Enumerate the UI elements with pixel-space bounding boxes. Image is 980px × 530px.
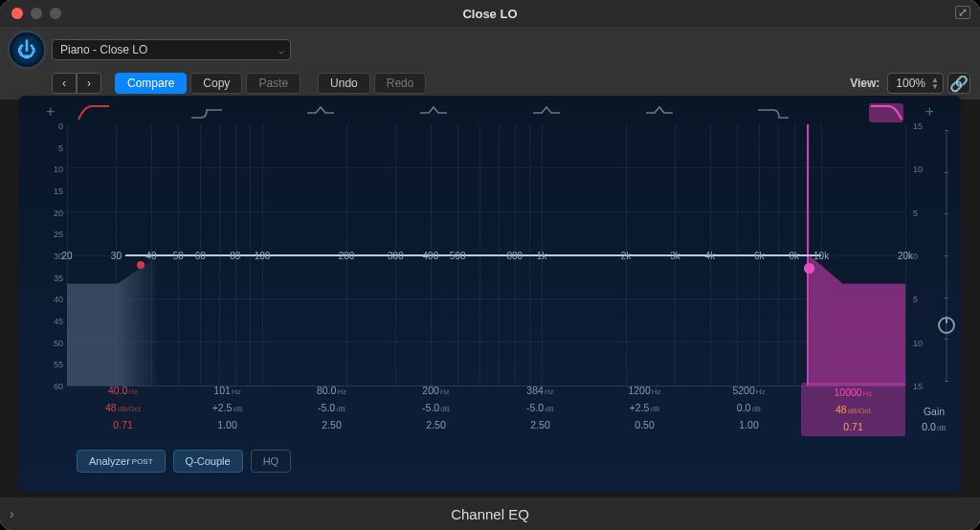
gain-scale: 15105051015 — [913, 126, 934, 386]
analyzer-scale: 051015202530354045505560 — [42, 126, 63, 386]
plugin-window: Close LO ⤢ ⏻ Piano - Close LO ⌵ ‹ › Comp… — [0, 0, 980, 530]
copy-button[interactable]: Copy — [190, 73, 242, 94]
lowpass-handle[interactable] — [804, 263, 814, 274]
stepper-icon: ▲▼ — [931, 77, 939, 90]
window-title: Close LO — [0, 7, 980, 21]
power-button[interactable]: ⏻ — [10, 33, 44, 67]
preset-select[interactable]: Piano - Close LO ⌵ — [52, 39, 291, 60]
gain-slider-knob[interactable] — [938, 317, 955, 334]
band-ls-params[interactable]: 101Hz+2.5dB1.00 — [175, 383, 279, 436]
band-bell2-icon[interactable] — [416, 103, 451, 122]
band-lowpass-icon[interactable] — [869, 103, 903, 122]
band-bell3-icon[interactable] — [529, 103, 564, 122]
zoom-stepper[interactable]: 100% ▲▼ — [887, 73, 944, 94]
redo-button[interactable]: Redo — [374, 73, 427, 94]
lowpass-region — [809, 255, 905, 386]
prev-preset-button[interactable]: ‹ — [52, 73, 77, 94]
band-highpass-icon[interactable] — [77, 103, 111, 122]
analyzer-button[interactable]: AnalyzerPOST — [77, 450, 166, 473]
undo-button[interactable]: Undo — [318, 73, 370, 94]
band-b4-params[interactable]: 1200Hz+2.5dB0.50 — [592, 383, 697, 436]
toolbar: ⏻ Piano - Close LO ⌵ ‹ › Compare Copy Pa… — [0, 27, 980, 99]
expand-icon[interactable]: ⤢ — [955, 6, 970, 19]
preset-name: Piano - Close LO — [60, 43, 147, 56]
band-b3-params[interactable]: 384Hz-5.0dB2.50 — [488, 383, 592, 436]
eq-graph[interactable]: 2030405060801002003004005008001k2k3k4k6k… — [67, 124, 905, 386]
band-hs-params[interactable]: 5200Hz0.0dB1.00 — [697, 383, 801, 436]
band-type-row — [77, 101, 903, 124]
link-icon[interactable]: 🔗 — [947, 73, 970, 94]
plugin-name: Channel EQ — [451, 506, 529, 522]
eq-panel: + + 051015202530354045505560 15105051015… — [19, 96, 961, 492]
disclosure-icon[interactable]: › — [10, 506, 14, 521]
band-bell4-icon[interactable] — [642, 103, 677, 122]
view-label: View: — [850, 77, 880, 90]
band-lowshelf-icon[interactable] — [189, 103, 224, 122]
paste-button[interactable]: Paste — [246, 73, 301, 94]
bottom-buttons: AnalyzerPOST Q-Couple HQ — [77, 450, 291, 473]
hq-button[interactable]: HQ — [251, 450, 292, 473]
gain-slider-track[interactable] — [946, 130, 947, 381]
band-bell1-icon[interactable] — [303, 103, 338, 122]
compare-button[interactable]: Compare — [115, 73, 187, 94]
output-gain[interactable]: Gain 0.0dB — [913, 404, 955, 436]
band-highshelf-icon[interactable] — [756, 103, 791, 122]
band-b1-params[interactable]: 80.0Hz-5.0dB2.50 — [279, 383, 384, 436]
footer: › Channel EQ — [0, 497, 980, 530]
band-lp-params[interactable]: 10000Hz48dB/Oct0.71 — [801, 383, 905, 436]
next-preset-button[interactable]: › — [77, 73, 101, 94]
band-b2-params[interactable]: 200Hz-5.0dB2.50 — [384, 383, 488, 436]
gain-label: Gain — [913, 404, 955, 419]
qcouple-button[interactable]: Q-Couple — [173, 450, 243, 473]
add-band-left-button[interactable]: + — [46, 103, 55, 121]
add-band-right-button[interactable]: + — [925, 103, 934, 121]
band-parameters: 40.0Hz48dB/Oct0.71101Hz+2.5dB1.0080.0Hz-… — [71, 383, 905, 436]
highpass-handle[interactable] — [137, 261, 145, 269]
highpass-region — [67, 255, 159, 386]
chevron-down-icon: ⌵ — [278, 45, 284, 55]
titlebar: Close LO ⤢ — [0, 0, 980, 27]
band-hp-params[interactable]: 40.0Hz48dB/Oct0.71 — [71, 383, 175, 436]
